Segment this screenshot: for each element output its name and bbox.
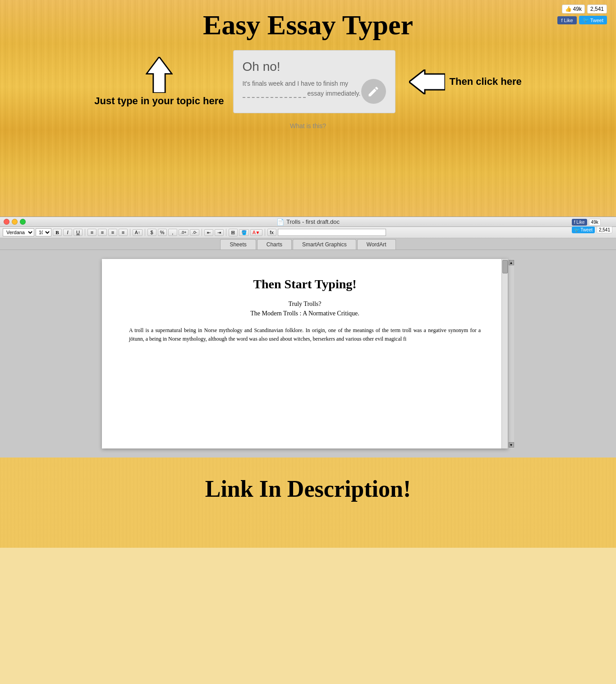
indent-increase-button[interactable]: ⇥ (215, 229, 224, 236)
pencil-icon (367, 85, 380, 98)
up-arrow-section: Just type in your topic here (94, 57, 224, 107)
align-left-button[interactable]: ≡ (87, 229, 97, 236)
scroll-track (508, 266, 514, 441)
up-arrow-icon (146, 57, 173, 93)
doc-content-wrapper: Then Start Typing! Truly Trolls? The Mod… (0, 250, 616, 458)
align-right-button[interactable]: ≡ (108, 229, 117, 236)
edit-circle-button[interactable] (361, 79, 386, 104)
tab-smartart[interactable]: SmartArt Graphics (293, 239, 356, 250)
prompt-arrow-row: Just type in your topic here Oh no! It's… (94, 50, 521, 113)
tweet-count: 2,541 (587, 5, 607, 14)
doc-body-text[interactable]: A troll is a supernatural being in Norse… (129, 326, 481, 343)
divider-6 (265, 229, 265, 236)
decimal-inc-button[interactable]: .0+ (179, 229, 189, 236)
fb-like-label: Like (564, 18, 573, 23)
prompt-text1: It's finals week and I have to finish my (243, 80, 349, 87)
what-is-this-text: What is this? (0, 122, 616, 129)
dollar-button[interactable]: $ (147, 229, 156, 236)
prompt-text2: essay immediately. (307, 90, 360, 97)
tweet-number: 2,541 (590, 6, 604, 12)
percent-button[interactable]: % (158, 229, 167, 236)
social-buttons-top: 👍 49k 2,541 f Like 🐦 Tweet (557, 5, 607, 24)
prompt-layout: Just type in your topic here Oh no! It's… (0, 50, 616, 113)
editor-tweet-count: 2,541 (597, 226, 612, 233)
font-selector[interactable]: Verdana (3, 228, 34, 236)
click-here-group: Then click here (409, 69, 522, 94)
then-click-text: Then click here (450, 76, 522, 88)
oh-no-text: Oh no! (243, 60, 386, 74)
editor-tweet-btn[interactable]: 🐦 Tweet (572, 226, 595, 233)
twitter-icon: 🐦 (583, 17, 589, 23)
bottom-section: Link In Description! (0, 458, 616, 548)
tweet-label: Tweet (590, 18, 603, 23)
format-toolbar: Verdana 10 B I U ≡ ≡ ≡ ≡ A↑ $ % , .0+ .0… (0, 227, 616, 238)
mac-window-buttons (4, 219, 26, 225)
tab-sheets[interactable]: Sheets (220, 239, 256, 250)
editor-fb-like[interactable]: f Like (572, 219, 587, 226)
main-title: Easy Essay Typer (0, 9, 616, 41)
facebook-like-button[interactable]: f Like (557, 16, 576, 24)
table-button[interactable]: ⊞ (229, 229, 238, 236)
font-size-selector[interactable]: 10 (36, 228, 51, 236)
top-section: 👍 49k 2,541 f Like 🐦 Tweet Easy Essay Ty… (0, 0, 616, 217)
mac-maximize-button[interactable] (20, 219, 26, 225)
editor-like-count: 49k (589, 219, 601, 226)
doc-title: 📄 Trolls - first draft.doc (276, 218, 340, 226)
scrollbar[interactable] (501, 259, 508, 448)
editor-social: f Like 49k 🐦 Tweet 2,541 (572, 219, 612, 233)
doc-heading: Then Start Typing! (129, 277, 481, 291)
decimal-dec-button[interactable]: .0- (190, 229, 199, 236)
left-arrow-icon (409, 69, 445, 94)
divider-3 (145, 229, 145, 236)
document-icon: 📄 (276, 218, 284, 226)
like-count: 👍 49k (562, 5, 585, 14)
editor-section: 📄 Trolls - first draft.doc f Like 49k 🐦 … (0, 217, 616, 458)
underline-button[interactable]: U (74, 229, 83, 236)
thumbs-icon: 👍 (565, 6, 572, 12)
justify-button[interactable]: ≡ (119, 229, 128, 236)
outer-scrollbar[interactable]: ▲ ▼ (508, 259, 514, 448)
btn-row: f Like 🐦 Tweet (557, 16, 607, 24)
fx-label: fx (267, 229, 276, 236)
tab-charts[interactable]: Charts (257, 239, 292, 250)
fb-icon: f (561, 18, 562, 23)
tweet-button[interactable]: 🐦 Tweet (579, 16, 607, 24)
font-size-up-button[interactable]: A↑ (133, 229, 143, 236)
link-in-description-heading: Link In Description! (9, 476, 607, 502)
align-center-button[interactable]: ≡ (98, 229, 107, 236)
bold-button[interactable]: B (53, 229, 62, 236)
doc-page: Then Start Typing! Truly Trolls? The Mod… (102, 259, 508, 448)
mac-minimize-button[interactable] (12, 219, 18, 225)
fill-button[interactable]: 🪣 (239, 229, 249, 236)
indent-decrease-button[interactable]: ⇤ (204, 229, 213, 236)
mac-close-button[interactable] (4, 219, 9, 225)
svg-marker-0 (147, 57, 172, 93)
type-topic-text: Just type in your topic here (94, 95, 224, 107)
divider-1 (85, 229, 85, 236)
doc-title-text: Trolls - first draft.doc (286, 218, 340, 225)
scrollbar-thumb[interactable] (502, 260, 508, 273)
tab-bar: Sheets Charts SmartArt Graphics WordArt (0, 238, 616, 250)
doc-subtitle1: Truly Trolls? (129, 300, 481, 308)
prompt-box: Oh no! It's finals week and I have to fi… (233, 50, 395, 113)
formula-input[interactable] (278, 229, 386, 236)
divider-2 (130, 229, 130, 236)
svg-marker-1 (409, 69, 445, 94)
like-number: 49k (573, 6, 582, 12)
topic-input[interactable] (243, 90, 306, 98)
divider-5 (226, 229, 226, 236)
doc-subtitle2: The Modern Trolls : A Normative Critique… (129, 310, 481, 317)
divider-4 (202, 229, 202, 236)
mac-toolbar: 📄 Trolls - first draft.doc f Like 49k 🐦 … (0, 217, 616, 227)
scroll-up-button[interactable]: ▲ (509, 260, 514, 265)
like-row: 👍 49k 2,541 (562, 5, 607, 14)
scroll-down-button[interactable]: ▼ (509, 442, 514, 448)
tab-wordart[interactable]: WordArt (357, 239, 396, 250)
comma-button[interactable]: , (168, 229, 177, 236)
italic-button[interactable]: I (63, 229, 72, 236)
font-color-button[interactable]: A▼ (250, 229, 262, 236)
